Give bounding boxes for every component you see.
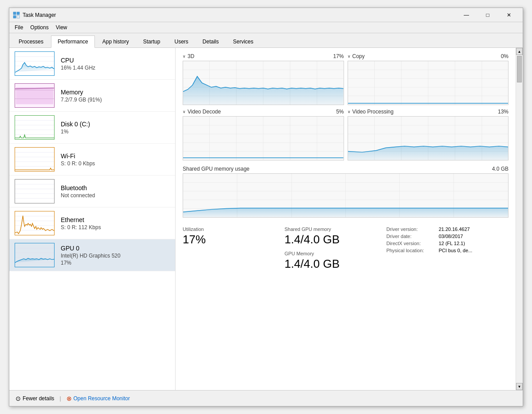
scroll-up-button[interactable]: ▲ xyxy=(516,48,523,55)
bottom-bar: ⊙ Fewer details | ⊗ Open Resource Monito… xyxy=(9,390,523,406)
menu-options[interactable]: Options xyxy=(27,23,52,32)
charts-grid: ∨ 3D 17% xyxy=(183,53,509,160)
gpu0-sub: Intel(R) HD Graphics 520 xyxy=(61,253,170,259)
window-controls: — □ ✕ xyxy=(456,8,519,22)
menu-view[interactable]: View xyxy=(52,23,71,32)
tab-users[interactable]: Users xyxy=(168,35,195,48)
utilization-col: Utilization 17% xyxy=(183,227,285,272)
wifi-thumbnail xyxy=(15,147,55,172)
bluetooth-name: Bluetooth xyxy=(61,184,170,191)
chart-vd-value: 5% xyxy=(336,109,344,115)
directx-row: DirectX version: 12 (FL 12.1) xyxy=(386,241,509,246)
shared-gpu-section: Shared GPU memory usage 4.0 GB xyxy=(183,166,509,218)
svg-marker-69 xyxy=(348,146,509,160)
maximize-button[interactable]: □ xyxy=(477,8,498,22)
sidebar-item-gpu0[interactable]: GPU 0 Intel(R) HD Graphics 520 17% xyxy=(9,239,175,271)
fewer-details-button[interactable]: ⊙ Fewer details xyxy=(16,395,54,402)
chart-3d-label: 3D xyxy=(188,53,194,59)
memory-thumbnail xyxy=(15,83,55,108)
chart-videodecode-canvas xyxy=(183,116,344,160)
svg-rect-9 xyxy=(16,87,53,105)
driver-date-val: 03/08/2017 xyxy=(438,234,463,239)
window-title: Task Manager xyxy=(23,12,456,18)
bluetooth-info: Bluetooth Not connected xyxy=(61,184,170,199)
sidebar-item-ethernet[interactable]: Ethernet S: 0 R: 112 Kbps xyxy=(9,207,175,239)
chart-copy-value: 0% xyxy=(501,53,509,59)
chart-vp-canvas xyxy=(348,116,509,160)
physical-key: Physical location: xyxy=(386,248,435,253)
bottom-divider: | xyxy=(59,395,61,402)
driver-version-row: Driver version: 21.20.16.4627 xyxy=(386,227,509,232)
minimize-button[interactable]: — xyxy=(456,8,477,22)
cpu-sub: 16% 1.44 GHz xyxy=(61,65,170,71)
gpu-thumbnail xyxy=(15,243,55,267)
stats-row: Utilization 17% Shared GPU memory 1.4/4.… xyxy=(183,223,509,272)
tab-services[interactable]: Services xyxy=(227,35,260,48)
shared-gpu-label: Shared GPU memory usage xyxy=(183,166,250,172)
sidebar-item-bluetooth[interactable]: Bluetooth Not connected xyxy=(9,176,175,207)
utilization-label: Utilization xyxy=(183,227,285,232)
scroll-thumb[interactable] xyxy=(517,56,522,82)
chart-3d-section: ∨ 3D 17% xyxy=(183,53,344,105)
directx-key: DirectX version: xyxy=(386,241,435,246)
tab-performance[interactable]: Performance xyxy=(51,35,95,48)
tab-details[interactable]: Details xyxy=(196,35,226,48)
driver-version-val: 21.20.16.4627 xyxy=(438,227,469,232)
main-panel: ∨ 3D 17% xyxy=(176,48,516,390)
open-resource-monitor-button[interactable]: ⊗ Open Resource Monitor xyxy=(66,395,130,402)
disk-name: Disk 0 (C:) xyxy=(61,121,170,128)
cpu-name: CPU xyxy=(61,57,170,64)
chart-copy-section: ∨ Copy 0% xyxy=(348,53,509,105)
sidebar-item-wifi[interactable]: Wi-Fi S: 0 R: 0 Kbps xyxy=(9,144,175,176)
tab-apphistory[interactable]: App history xyxy=(96,35,136,48)
driver-version-key: Driver version: xyxy=(386,227,435,232)
sidebar-item-disk[interactable]: Disk 0 (C:) 1% xyxy=(9,112,175,144)
chart-vp-label: Video Processing xyxy=(352,109,394,115)
disk-info: Disk 0 (C:) 1% xyxy=(61,121,170,135)
chart-vd-label: Video Decode xyxy=(188,109,221,115)
tab-startup[interactable]: Startup xyxy=(137,35,167,48)
chart-copy-label: Copy xyxy=(352,53,365,59)
cpu-thumbnail xyxy=(15,51,55,76)
shared-gpu-max: 4.0 GB xyxy=(492,166,509,172)
close-button[interactable]: ✕ xyxy=(499,8,519,22)
svg-rect-3 xyxy=(17,16,20,18)
gpu0-name: GPU 0 xyxy=(61,245,170,252)
chart-copy-canvas xyxy=(348,61,509,105)
wifi-name: Wi-Fi xyxy=(61,152,170,160)
physical-row: Physical location: PCI bus 0, de... xyxy=(386,248,509,253)
fewer-details-icon: ⊙ xyxy=(16,395,21,402)
sidebar-item-cpu[interactable]: CPU 16% 1.44 GHz xyxy=(9,48,175,80)
scrollbar[interactable]: ▲ ▼ xyxy=(516,48,523,390)
shared-gpu-stat-value: 1.4/4.0 GB xyxy=(285,233,387,246)
directx-val: 12 (FL 12.1) xyxy=(438,241,465,246)
svg-rect-0 xyxy=(13,12,16,15)
tab-processes[interactable]: Processes xyxy=(12,35,50,48)
chart-copy-chevron: ∨ xyxy=(348,54,351,59)
sidebar: CPU 16% 1.44 GHz Memory xyxy=(9,48,176,390)
memory-name: Memory xyxy=(61,89,170,96)
scroll-down-button[interactable]: ▼ xyxy=(516,383,523,390)
shared-gpu-stat-label: Shared GPU memory xyxy=(285,227,387,232)
scroll-track xyxy=(516,55,523,383)
tab-bar: Processes Performance App history Startu… xyxy=(9,33,523,48)
memory-info: Memory 7.2/7.9 GB (91%) xyxy=(61,89,170,103)
cpu-info: CPU 16% 1.44 GHz xyxy=(61,57,170,71)
gpu0-info: GPU 0 Intel(R) HD Graphics 520 17% xyxy=(61,245,170,266)
bluetooth-thumbnail xyxy=(15,179,55,203)
chart-copy-header: ∨ Copy 0% xyxy=(348,53,509,59)
svg-rect-2 xyxy=(13,16,16,18)
wifi-info: Wi-Fi S: 0 R: 0 Kbps xyxy=(61,152,170,167)
wifi-sub: S: 0 R: 0 Kbps xyxy=(61,160,170,167)
shared-gpu-chart xyxy=(183,173,509,218)
ethernet-info: Ethernet S: 0 R: 112 Kbps xyxy=(61,216,170,230)
chart-vp-chevron: ∨ xyxy=(348,109,351,114)
chart-3d-value: 17% xyxy=(333,53,344,59)
menu-file[interactable]: File xyxy=(11,23,27,32)
physical-val: PCI bus 0, de... xyxy=(438,248,472,253)
sidebar-item-memory[interactable]: Memory 7.2/7.9 GB (91%) xyxy=(9,80,175,112)
fewer-details-label: Fewer details xyxy=(23,395,54,402)
chart-videodecode-section: ∨ Video Decode 5% xyxy=(183,109,344,160)
task-manager-window: Task Manager — □ ✕ File Options View Pro… xyxy=(9,8,523,406)
info-col: Driver version: 21.20.16.4627 Driver dat… xyxy=(386,227,509,272)
